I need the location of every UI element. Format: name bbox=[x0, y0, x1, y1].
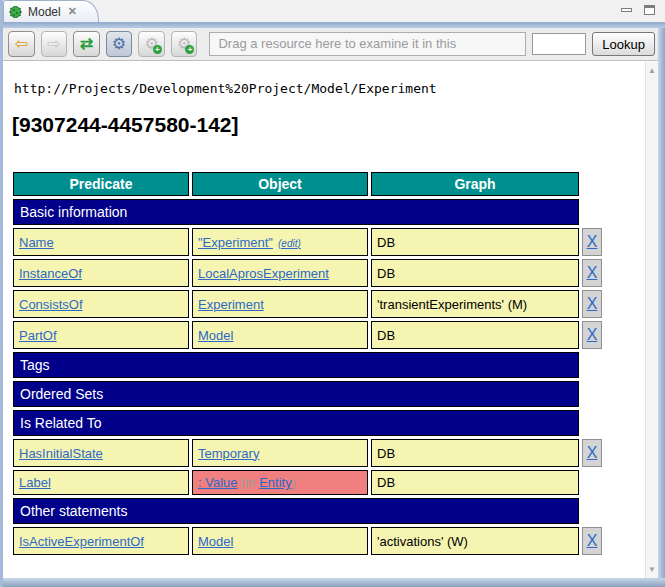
scroll-up-icon[interactable]: ▲ bbox=[646, 66, 658, 75]
back-button[interactable]: ⇦ bbox=[8, 31, 35, 57]
object-link[interactable]: Model bbox=[198, 534, 233, 549]
resource-id-heading: [9307244-4457580-142] bbox=[12, 112, 645, 138]
bug-icon bbox=[8, 5, 23, 19]
statement-row-label: Label : Value (in Entity) DB bbox=[13, 470, 602, 495]
drag-resource-dropzone[interactable]: Drag a resource here to examine it in th… bbox=[209, 32, 526, 56]
predicate-cell: HasInitialState bbox=[13, 439, 189, 467]
predicate-cell: Label bbox=[13, 470, 189, 495]
back-arrow-icon: ⇦ bbox=[15, 36, 28, 52]
object-link[interactable]: Model bbox=[198, 328, 233, 343]
object-link[interactable]: Temporary bbox=[198, 446, 259, 461]
object-link[interactable]: "Experiment" bbox=[198, 235, 273, 250]
predicate-link[interactable]: Label bbox=[19, 475, 51, 490]
value-link[interactable]: : Value bbox=[198, 475, 238, 490]
predicate-link[interactable]: IsActiveExperimentOf bbox=[19, 534, 144, 549]
spacer-cell bbox=[582, 199, 602, 225]
spacer-cell bbox=[582, 470, 602, 495]
remove-cell: X bbox=[582, 259, 602, 287]
refresh-button[interactable]: ⇄ bbox=[73, 31, 100, 57]
lookup-button[interactable]: Lookup bbox=[592, 32, 655, 56]
object-link[interactable]: Experiment bbox=[198, 297, 264, 312]
predicate-cell: IsActiveExperimentOf bbox=[13, 527, 189, 555]
remove-statement-button[interactable]: X bbox=[587, 326, 598, 343]
remove-statement-button[interactable]: X bbox=[587, 444, 598, 461]
remove-cell: X bbox=[582, 527, 602, 555]
statement-row-instanceof: InstanceOf LocalAprosExperiment DB X bbox=[13, 259, 602, 287]
entity-link[interactable]: Entity bbox=[259, 475, 292, 490]
object-cell: Model bbox=[192, 527, 368, 555]
content-area: http://Projects/Development%20Project/Mo… bbox=[6, 61, 645, 578]
section-label: Tags bbox=[13, 352, 579, 378]
predicate-link[interactable]: HasInitialState bbox=[19, 446, 103, 461]
graph-cell: DB bbox=[371, 321, 579, 349]
lookup-input[interactable] bbox=[532, 33, 586, 55]
column-header-object: Object bbox=[192, 172, 368, 196]
section-row-tags: Tags bbox=[13, 352, 602, 378]
remove-statement-button[interactable]: X bbox=[587, 295, 598, 312]
scroll-down-icon[interactable]: ▼ bbox=[646, 565, 658, 574]
object-cell-invalid: : Value (in Entity) bbox=[192, 470, 368, 495]
plus-badge-icon-2: + bbox=[185, 45, 194, 54]
resource-url: http://Projects/Development%20Project/Mo… bbox=[14, 81, 645, 96]
graph-cell: 'activations' (W) bbox=[371, 527, 579, 555]
predicate-link[interactable]: Name bbox=[19, 235, 54, 250]
predicate-cell: Name bbox=[13, 228, 189, 256]
section-label: Basic information bbox=[13, 199, 579, 225]
remove-cell: X bbox=[582, 321, 602, 349]
predicate-link[interactable]: InstanceOf bbox=[19, 266, 82, 281]
forward-arrow-icon: ⇨ bbox=[47, 36, 60, 52]
view-tab-model[interactable]: Model ✕ bbox=[3, 0, 99, 22]
maximize-icon[interactable] bbox=[644, 5, 655, 15]
object-cell: Model bbox=[192, 321, 368, 349]
remove-statement-button[interactable]: X bbox=[587, 233, 598, 250]
remove-cell: X bbox=[582, 439, 602, 467]
statement-row-consistsof: ConsistsOf Experiment 'transientExperime… bbox=[13, 290, 602, 318]
section-label: Is Related To bbox=[13, 410, 579, 436]
object-link[interactable]: LocalAprosExperiment bbox=[198, 266, 329, 281]
spacer-cell bbox=[582, 381, 602, 407]
gear-icon: ⚙ bbox=[112, 36, 126, 52]
statement-row-hasinitialstate: HasInitialState Temporary DB X bbox=[13, 439, 602, 467]
scrollbar[interactable]: ▲ ▼ bbox=[645, 62, 658, 578]
object-cell: Experiment bbox=[192, 290, 368, 318]
toolbar: ⇦ ⇨ ⇄ ⚙ ⚙ + ⚙ + Drag a resource here to … bbox=[3, 28, 665, 61]
drag-hint-text: Drag a resource here to examine it in th… bbox=[218, 36, 456, 51]
in-text: (in bbox=[238, 475, 260, 490]
predicate-cell: InstanceOf bbox=[13, 259, 189, 287]
window-frame-right bbox=[658, 28, 665, 587]
spacer-cell bbox=[582, 410, 602, 436]
statement-row-name: Name "Experiment"(edit) DB X bbox=[13, 228, 602, 256]
graph-cell: DB bbox=[371, 470, 579, 495]
section-label: Other statements bbox=[13, 498, 579, 524]
refresh-icon: ⇄ bbox=[80, 36, 93, 52]
table-header-row: Predicate Object Graph bbox=[13, 172, 602, 196]
predicate-link[interactable]: ConsistsOf bbox=[19, 297, 83, 312]
gear-add-button-1[interactable]: ⚙ + bbox=[138, 31, 165, 57]
tab-bar: Model ✕ bbox=[3, 0, 665, 22]
section-row-other-statements: Other statements bbox=[13, 498, 602, 524]
edit-link[interactable]: (edit) bbox=[278, 238, 301, 249]
column-header-predicate: Predicate bbox=[13, 172, 189, 196]
remove-statement-button[interactable]: X bbox=[587, 532, 598, 549]
forward-button[interactable]: ⇨ bbox=[41, 31, 68, 57]
minimize-icon[interactable] bbox=[621, 8, 632, 12]
remove-statement-button[interactable]: X bbox=[587, 264, 598, 281]
graph-cell: DB bbox=[371, 228, 579, 256]
section-row-is-related-to: Is Related To bbox=[13, 410, 602, 436]
view-window-controls bbox=[621, 5, 655, 15]
remove-cell: X bbox=[582, 228, 602, 256]
close-paren-text: ) bbox=[292, 475, 296, 490]
plus-badge-icon-1: + bbox=[153, 45, 162, 54]
section-row-ordered-sets: Ordered Sets bbox=[13, 381, 602, 407]
spacer-cell bbox=[582, 498, 602, 524]
section-label: Ordered Sets bbox=[13, 381, 579, 407]
graph-cell: DB bbox=[371, 439, 579, 467]
close-icon[interactable]: ✕ bbox=[68, 5, 77, 18]
gear-button[interactable]: ⚙ bbox=[106, 31, 133, 57]
object-cell: "Experiment"(edit) bbox=[192, 228, 368, 256]
remove-cell: X bbox=[582, 290, 602, 318]
model-view-window: Model ✕ ⇦ ⇨ ⇄ ⚙ ⚙ + ⚙ + Drag a reso bbox=[0, 0, 665, 587]
predicate-cell: PartOf bbox=[13, 321, 189, 349]
predicate-link[interactable]: PartOf bbox=[19, 328, 57, 343]
gear-add-button-2[interactable]: ⚙ + bbox=[171, 31, 198, 57]
